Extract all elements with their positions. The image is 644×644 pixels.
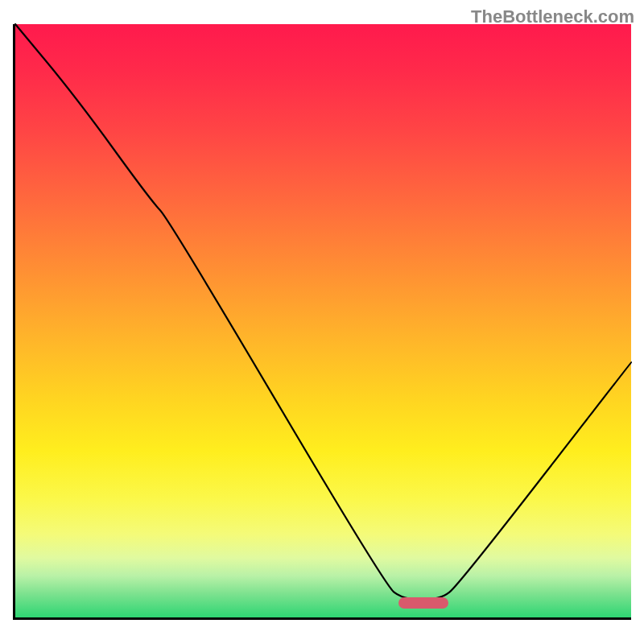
- plot-area: [13, 24, 631, 620]
- watermark-text: TheBottleneck.com: [471, 6, 634, 27]
- bottleneck-curve: [15, 24, 631, 600]
- optimal-range-marker: [398, 597, 448, 609]
- curve-svg: [15, 24, 631, 617]
